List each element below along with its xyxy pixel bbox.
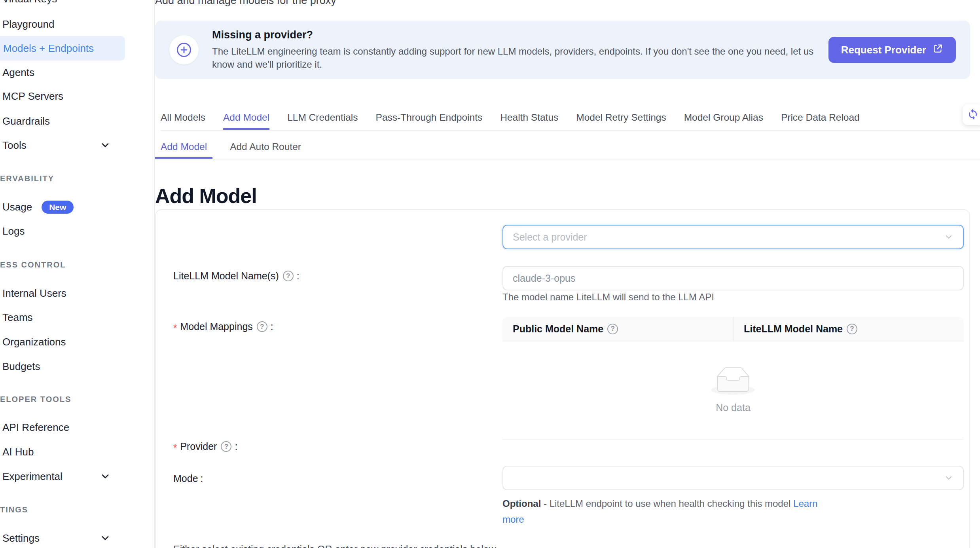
sidebar-section-access-control: ESS CONTROL (0, 260, 66, 270)
chevron-down-icon (100, 471, 111, 482)
tab-model-retry-settings[interactable]: Model Retry Settings (576, 107, 666, 130)
required-asterisk: * (173, 442, 177, 453)
model-mappings-label: * Model Mappings : (173, 321, 273, 332)
credentials-note: Either select existing credentials OR en… (173, 544, 496, 548)
plus-circle-icon (169, 35, 199, 64)
sidebar-item-teams[interactable]: Teams (2, 305, 145, 330)
sidebar-item-ai-hub[interactable]: AI Hub (2, 440, 145, 464)
provider-placeholder: Select a provider (513, 231, 587, 243)
sidebar-item-logs[interactable]: Logs (2, 219, 145, 243)
sidebar-item-usage[interactable]: Usage New (2, 195, 145, 219)
tab-pass-through-endpoints[interactable]: Pass-Through Endpoints (376, 107, 483, 130)
chevron-down-icon (100, 533, 111, 544)
sidebar-section-settings: TINGS (0, 504, 28, 515)
no-data-text: No data (716, 402, 751, 413)
sidebar-item-api-reference[interactable]: API Reference (2, 415, 145, 440)
external-link-icon (933, 43, 943, 57)
mode-select[interactable] (502, 466, 964, 490)
banner-title: Missing a provider? (212, 29, 823, 41)
provider-label: * Provider : (173, 441, 237, 452)
page-title: Add Model (155, 184, 257, 208)
model-name-input[interactable] (502, 266, 964, 290)
sidebar-section-observability: ERVABILITY (0, 173, 54, 184)
sidebar-item-models-endpoints[interactable]: Models + Endpoints (0, 36, 125, 61)
request-provider-button[interactable]: Request Provider (828, 37, 956, 63)
model-name-label: LiteLLM Model Name(s) : (173, 270, 299, 282)
help-icon[interactable] (847, 324, 857, 334)
model-tabs: All Models Add Model LLM Credentials Pas… (161, 107, 980, 131)
model-mappings-table: Public Model Name LiteLLM Model Name No … (502, 317, 964, 440)
sidebar-item-budgets[interactable]: Budgets (2, 354, 145, 379)
missing-provider-banner: Missing a provider? The LiteLLM engineer… (155, 21, 970, 79)
refresh-button[interactable] (963, 104, 980, 125)
chevron-down-icon (944, 232, 953, 242)
model-name-help: The model name LiteLLM will send to the … (502, 289, 714, 305)
tab-add-model[interactable]: Add Model (223, 107, 269, 130)
provider-select[interactable]: Select a provider (502, 225, 964, 249)
banner-body: The LiteLLM engineering team is constant… (212, 45, 823, 71)
tab-price-data-reload[interactable]: Price Data Reload (781, 107, 860, 130)
sync-icon (967, 108, 979, 121)
sidebar-item-organizations[interactable]: Organizations (2, 330, 145, 354)
tab-all-models[interactable]: All Models (161, 107, 205, 130)
tab-health-status[interactable]: Health Status (500, 107, 558, 130)
subtab-add-auto-router[interactable]: Add Auto Router (224, 137, 307, 159)
add-model-form-card: * Provider : Select a provider LiteLLM M… (155, 209, 970, 548)
help-icon[interactable] (283, 271, 294, 281)
tab-model-group-alias[interactable]: Model Group Alias (684, 107, 763, 130)
main-content: Add and manage models for the proxy Miss… (154, 0, 980, 548)
mode-label: Mode : (173, 473, 203, 484)
page-subtitle: Add and manage models for the proxy (155, 0, 336, 7)
help-icon[interactable] (221, 441, 231, 452)
mode-help: Optional - LiteLLM endpoint to use when … (502, 496, 831, 527)
sidebar-item-settings[interactable]: Settings (2, 526, 145, 548)
column-header-litellm-model-name: LiteLLM Model Name (733, 317, 964, 341)
help-icon[interactable] (607, 324, 618, 334)
sidebar-item-virtual-keys[interactable]: Virtual Keys (2, 0, 145, 11)
required-asterisk: * (173, 322, 177, 334)
sidebar-item-playground[interactable]: Playground (2, 12, 145, 36)
subtab-add-model[interactable]: Add Model (155, 137, 212, 159)
sidebar-item-experimental[interactable]: Experimental (2, 464, 145, 489)
chevron-down-icon (100, 140, 111, 151)
sidebar-item-internal-users[interactable]: Internal Users (2, 281, 145, 305)
column-header-public-model-name: Public Model Name (502, 317, 733, 341)
empty-inbox-icon (711, 367, 755, 396)
chevron-down-icon (944, 473, 953, 483)
add-model-subtabs: Add Model Add Auto Router (155, 137, 980, 159)
new-badge: New (42, 201, 74, 214)
sidebar-item-agents[interactable]: Agents (2, 60, 145, 85)
sidebar-item-guardrails[interactable]: Guardrails (2, 109, 145, 133)
sidebar-item-mcp-servers[interactable]: MCP Servers (2, 84, 145, 108)
sidebar: Virtual Keys Playground Models + Endpoin… (0, 0, 155, 548)
tab-llm-credentials[interactable]: LLM Credentials (287, 107, 358, 130)
empty-state: No data (502, 341, 964, 439)
help-icon[interactable] (257, 321, 267, 332)
sidebar-item-tools[interactable]: Tools (2, 133, 145, 157)
sidebar-section-developer-tools: ELOPER TOOLS (0, 394, 71, 404)
